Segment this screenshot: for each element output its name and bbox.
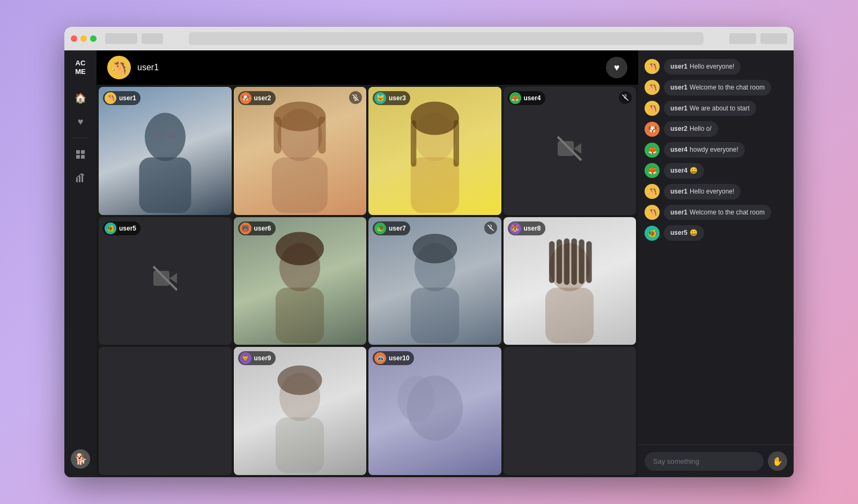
chat-bubble-8: user5😀 [664,225,704,241]
svg-rect-5 [79,176,80,182]
sidebar-item-grid[interactable] [71,145,90,164]
chat-avatar-3: 🐶 [645,122,660,137]
svg-point-48 [278,366,322,395]
chat-avatar-0: 🐴 [645,59,660,74]
user-label-user5: 🐠 user5 [103,221,140,235]
svg-point-9 [155,131,162,139]
svg-marker-28 [169,273,177,284]
svg-rect-20 [411,157,459,213]
left-nav: ACME 🏠 ♥ 🐕 [64,50,97,477]
svg-point-13 [274,101,326,131]
sidebar-item-chart[interactable] [71,168,90,188]
chat-messages: 🐴 user1Hello everyone! 🐴 user1Welcome to… [638,50,794,444]
browser-btn-2[interactable] [760,33,787,44]
user-label-user6: 🐻 user6 [238,221,276,235]
video-cell-user2: 🐶 user2 [234,87,367,215]
chat-bubble-0: user1Hello everyone! [664,59,741,75]
chat-message-1: 🐴 user1Welcome to the chat room [645,80,787,95]
main-area: 🐴 user1 ♥ 🐴 u [97,50,638,477]
chat-message-3: 🐶 user2Hello o/ [645,121,787,137]
svg-point-10 [168,131,175,139]
svg-rect-43 [572,238,577,285]
traffic-lights [71,35,97,42]
top-bar-left: 🐴 user1 [107,56,159,79]
svg-rect-35 [411,287,459,343]
video-cell-user7: 🐢 user7 [368,217,501,345]
chat-input[interactable] [645,452,764,471]
user8-avatar-badge: 🐯 [509,223,521,234]
svg-rect-40 [549,241,554,283]
tab-spacer [105,33,137,44]
svg-point-7 [145,113,186,161]
no-video-icon-user5 [152,265,178,296]
svg-rect-39 [545,287,594,343]
sidebar-item-heart[interactable]: ♥ [71,112,90,131]
url-bar[interactable] [189,32,704,45]
chat-bubble-6: user1Hello everyone! [664,184,741,199]
video-cell-empty2 [504,347,637,475]
video-grid: 🐴 user1 🐶 us [97,85,638,477]
svg-rect-8 [139,157,191,213]
chat-send-button[interactable]: ✋ [768,451,787,471]
heart-button[interactable]: ♥ [606,57,627,78]
user-label-user10: 🦝 user10 [373,351,414,365]
svg-rect-47 [276,418,324,473]
user-label-user2: 🐶 user2 [238,91,276,105]
user9-avatar-badge: 🦁 [240,352,252,364]
chat-message-5: 🦊 user4😀 [645,163,787,179]
title-bar-right [729,33,787,44]
chat-message-8: 🐠 user5😀 [645,225,787,241]
user1-avatar-badge: 🐴 [105,92,116,104]
top-bar-username: user1 [137,63,159,72]
svg-rect-0 [76,150,80,154]
svg-rect-22 [411,120,416,167]
user10-avatar-badge: 🦝 [374,352,386,364]
svg-line-27 [623,95,628,101]
browser-btn-1[interactable] [729,33,756,44]
chat-panel: 🐴 user1Hello everyone! 🐴 user1Welcome to… [638,50,794,477]
maximize-button[interactable] [90,35,97,42]
video-cell-user4: 🦊 user4 [504,87,637,215]
user-label-user3: 🐱 user3 [373,91,410,105]
svg-rect-15 [319,116,326,153]
user5-avatar-badge: 🐠 [105,223,116,234]
chat-message-6: 🐴 user1Hello everyone! [645,184,787,199]
nav-divider [72,138,88,138]
user-label-user1: 🐴 user1 [103,91,140,105]
mute-icon-user7 [484,221,497,234]
video-cell-user3: 🐱 user3 [368,87,501,215]
chat-bubble-1: user1Welcome to the chat room [664,80,771,95]
svg-rect-2 [76,155,80,159]
user-label-user7: 🐢 user7 [373,221,410,235]
chat-bubble-3: user2Hello o/ [664,121,718,137]
chat-avatar-1: 🐴 [645,80,660,95]
user2-avatar-badge: 🐶 [240,92,252,104]
video-cell-user6: 🐻 user6 [234,217,367,345]
user-label-user8: 🐯 user8 [508,221,545,235]
svg-rect-14 [274,116,282,153]
sidebar-item-home[interactable]: 🏠 [71,88,90,108]
no-video-icon-user4 [557,136,582,166]
svg-rect-32 [276,287,324,343]
chat-message-2: 🐴 user1We are about to start [645,101,787,116]
chat-bubble-2: user1We are about to start [664,101,756,116]
svg-point-50 [397,376,434,423]
svg-rect-41 [557,239,562,284]
mute-icon-user4 [619,91,632,104]
chat-message-4: 🦊 user4howdy everyone! [645,142,787,158]
brand-logo: ACME [75,59,86,76]
minimize-button[interactable] [80,35,87,42]
user-avatar-nav[interactable]: 🐕 [71,449,90,469]
user-label-user4: 🦊 user4 [508,91,545,105]
chat-bubble-4: user4howdy everyone! [664,142,745,158]
svg-rect-3 [81,155,85,159]
video-cell-user8: 🐯 user8 [504,217,637,345]
svg-rect-1 [81,150,85,154]
close-button[interactable] [71,35,77,42]
chat-avatar-8: 🐠 [645,226,660,241]
title-bar [64,27,794,50]
svg-rect-23 [453,120,458,167]
svg-rect-12 [272,157,328,213]
svg-rect-45 [586,241,591,283]
user-label-user9: 🦁 user9 [238,351,276,365]
